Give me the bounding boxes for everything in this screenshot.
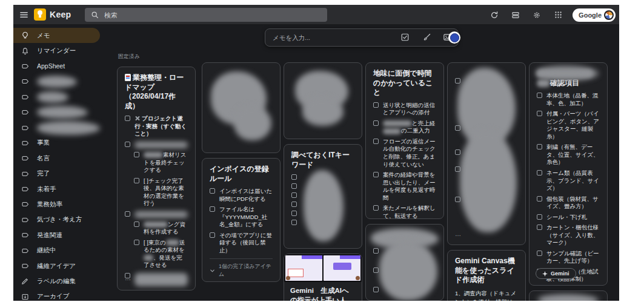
- checkbox[interactable]: [537, 214, 542, 220]
- checkbox[interactable]: [291, 183, 297, 189]
- checkbox[interactable]: [134, 240, 139, 245]
- checkbox[interactable]: [537, 196, 542, 202]
- checkbox[interactable]: [537, 93, 542, 98]
- search-input[interactable]: [104, 11, 321, 19]
- redaction-blob: [37, 106, 88, 119]
- checkbox[interactable]: [537, 251, 542, 256]
- redaction-blob: [302, 97, 344, 126]
- sidebar-item-kizuki[interactable]: 気づき・考え方: [13, 212, 100, 228]
- checkbox[interactable]: [125, 211, 130, 217]
- note-title: Gemini 生成AIへの指示が上手い人: [290, 286, 356, 301]
- note-card-tedious[interactable]: 地味に面倒で時間のかかっていること 送り状と明細の送信とアプリへの添付 と売上経…: [365, 62, 444, 219]
- sidebar-item-seni-idea[interactable]: 繊維アイデア: [13, 258, 100, 274]
- apps-grid-icon[interactable]: [551, 8, 565, 22]
- checkbox[interactable]: [291, 220, 297, 225]
- checkbox[interactable]: [373, 120, 379, 126]
- new-note-input[interactable]: [273, 29, 376, 46]
- checkbox[interactable]: [373, 267, 379, 273]
- sidebar-item-archive[interactable]: アーカイブ: [13, 289, 100, 301]
- sidebar-item-michakushu[interactable]: 未着手: [13, 182, 100, 197]
- checkbox[interactable]: [537, 111, 542, 116]
- note-card-redacted-bottom[interactable]: [529, 290, 608, 301]
- note-card-canvas-slides[interactable]: Gemini Canvas機能を使ったスライド作成術 1、調査内容（ドキュメント…: [447, 250, 526, 301]
- note-card-invoice[interactable]: インボイスの登録ルール インボイスは届いた瞬間にPDF化する ファイル名は『YY…: [202, 158, 281, 282]
- checkbox[interactable]: [373, 102, 379, 108]
- checklist-text: サンプル確認（ビーカー、先上げ等）: [546, 250, 600, 265]
- new-note-checkbox-icon[interactable]: [400, 33, 410, 44]
- sidebar-item-jigyou[interactable]: 事業: [13, 136, 100, 151]
- checkbox[interactable]: [373, 287, 379, 292]
- checkbox[interactable]: [537, 225, 542, 230]
- note-card-gemini-person[interactable]: Gemini 生成AIへの指示が上手い人 【極意伝授】Geminiと: [284, 254, 362, 301]
- checklist-text: 案件の経緯や背景を思い出したり、メールを何度も見返す時間: [383, 171, 436, 202]
- checklist-text: ング資料を作成する: [144, 221, 188, 236]
- checkbox[interactable]: [210, 206, 215, 212]
- note-card-roadmap[interactable]: 業務整理・ロードマップ（2026/04/17作成） プロジェクト遂行・実務（すぐ…: [117, 67, 196, 290]
- checkbox[interactable]: [210, 188, 215, 194]
- checkbox[interactable]: [125, 116, 130, 121]
- user-avatar[interactable]: [604, 10, 614, 20]
- checkbox[interactable]: [291, 211, 297, 216]
- checkbox[interactable]: [291, 202, 297, 207]
- note-card-redacted-checklist-2[interactable]: …: [447, 62, 526, 245]
- checkbox[interactable]: [373, 248, 379, 254]
- checkbox[interactable]: [455, 78, 460, 84]
- sidebar-item-reminders[interactable]: リマインダー: [13, 43, 100, 58]
- note-card-image-redacted-2[interactable]: [284, 62, 362, 139]
- checkbox[interactable]: [134, 178, 139, 183]
- checkbox[interactable]: [291, 192, 297, 198]
- new-note-composer[interactable]: [265, 28, 459, 47]
- checkbox[interactable]: [134, 152, 139, 157]
- checkbox[interactable]: [373, 172, 379, 177]
- brush-icon[interactable]: [422, 33, 431, 44]
- keep-logo[interactable]: [34, 8, 46, 21]
- note-card-it-keywords[interactable]: 調べておくITキーワード: [284, 144, 362, 249]
- refresh-icon[interactable]: [488, 8, 501, 22]
- hamburger-menu-icon[interactable]: [17, 8, 30, 21]
- checkbox[interactable]: [210, 232, 215, 238]
- checkbox[interactable]: [125, 142, 130, 147]
- checklist-item: 本体生地（品番、混率、色、加工）: [537, 92, 600, 107]
- checkbox[interactable]: [455, 149, 460, 155]
- sidebar-item-gyoumukouritsu[interactable]: 業務効率: [13, 197, 100, 212]
- checkbox[interactable]: [373, 205, 379, 211]
- checkbox[interactable]: [537, 170, 542, 175]
- note-card-checkpoints[interactable]: 確認項目 本体生地（品番、混率、色、加工） 付属・パーツ（パイピング、ボタン、ア…: [529, 62, 608, 286]
- sidebar-item-redacted-4[interactable]: [13, 120, 100, 135]
- checklist-text: シール・下げ札: [546, 214, 600, 221]
- sidebar-item-meigen[interactable]: 名言: [13, 151, 100, 166]
- settings-gear-icon[interactable]: [530, 8, 543, 22]
- redaction-blob: [37, 91, 68, 103]
- search-bar[interactable]: [85, 8, 327, 22]
- checkbox[interactable]: [537, 144, 542, 149]
- checkbox[interactable]: [291, 174, 297, 180]
- checkbox[interactable]: [373, 139, 379, 144]
- board-column-3: 調べておくITキーワード: [284, 62, 362, 301]
- checklist-text: 素材リストを最終チェックする: [144, 151, 188, 174]
- sidebar-item-kanryou[interactable]: 完了: [13, 166, 100, 182]
- checklist-item: 案件の経緯や背景を思い出したり、メールを何度も見返す時間: [373, 171, 436, 202]
- gemini-button[interactable]: Gemini: [536, 268, 576, 279]
- search-icon[interactable]: [91, 11, 99, 19]
- google-account-pill[interactable]: Google: [573, 8, 616, 22]
- list-view-icon[interactable]: [509, 8, 522, 22]
- label-icon: [21, 124, 29, 132]
- checkbox[interactable]: [134, 221, 139, 227]
- sidebar-item-appsheet[interactable]: AppSheet: [13, 59, 100, 74]
- sidebar-item-redacted-3[interactable]: [13, 105, 100, 120]
- sidebar-item-keizoku[interactable]: 継続中: [13, 243, 100, 258]
- sidebar-item-notes[interactable]: メモ: [13, 28, 100, 43]
- sidebar-item-hasshin[interactable]: 発進関連: [13, 228, 100, 243]
- sidebar-item-edit-labels[interactable]: ラベルの編集: [13, 274, 100, 289]
- checkbox[interactable]: [455, 197, 460, 202]
- note-card-redacted-checklist-1[interactable]: [365, 224, 444, 301]
- checkbox[interactable]: [134, 290, 139, 290]
- note-card-image-redacted-1[interactable]: [202, 62, 281, 153]
- sidebar-item-redacted-1[interactable]: [13, 74, 100, 89]
- extension-badge-icon[interactable]: [448, 31, 460, 44]
- sidebar-item-redacted-2[interactable]: [13, 90, 100, 105]
- redaction-blob: [144, 152, 163, 158]
- board-column-6: 確認項目 本体生地（品番、混率、色、加工） 付属・パーツ（パイピング、ボタン、ア…: [529, 62, 608, 301]
- completed-items-toggle[interactable]: 1個の完了済みアイテム: [210, 258, 273, 278]
- pencil-icon: [21, 277, 29, 285]
